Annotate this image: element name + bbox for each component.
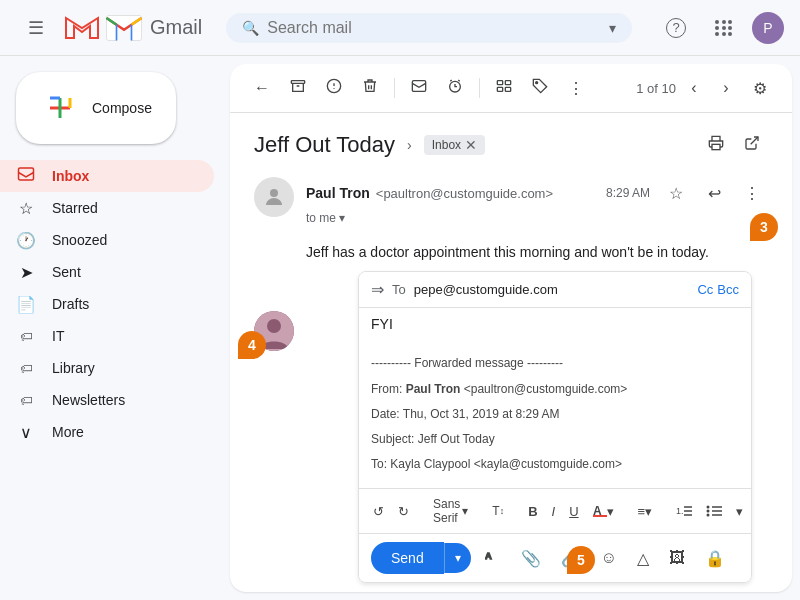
text-color-dropdown-icon: ▾ [607, 504, 614, 519]
format-options-button[interactable]: A [479, 542, 507, 574]
ul-button[interactable] [700, 499, 728, 524]
text-color-button[interactable]: A ▾ [587, 499, 620, 524]
ol-icon: 1. [676, 503, 692, 520]
redo-icon: ↻ [398, 504, 409, 519]
cc-bcc-toggle[interactable]: Cc Bcc [697, 282, 739, 297]
sidebar-item-inbox-label: Inbox [52, 168, 89, 184]
print-button[interactable] [700, 129, 732, 161]
sender-name: Paul Tron [306, 185, 370, 201]
sidebar-item-snoozed[interactable]: 🕐 Snoozed [0, 224, 214, 256]
reply-body[interactable]: FYI ---------- Forwarded message -------… [359, 308, 751, 488]
delete-toolbar-icon [362, 78, 378, 98]
sidebar-item-newsletters[interactable]: 🏷 Newsletters [0, 384, 214, 416]
confidential-icon: 🔒 [705, 549, 725, 568]
more-message-button[interactable]: ⋮ [736, 177, 768, 209]
gmail-text: Gmail [150, 16, 202, 39]
newsletters-label-icon: 🏷 [16, 393, 36, 408]
to-me-text: to me [306, 211, 336, 225]
spam-button[interactable] [318, 72, 350, 104]
header: ☰ Gmail 🔍 ▾ ? [0, 0, 800, 56]
ol-button[interactable]: 1. [670, 499, 698, 524]
svg-text:1.: 1. [676, 506, 684, 516]
settings-button[interactable]: ⚙ [744, 72, 776, 104]
tag-button[interactable] [524, 72, 556, 104]
align-button[interactable]: ≡ ▾ [632, 500, 659, 523]
font-label: Sans Serif [433, 497, 460, 525]
fwd-separator: ---------- Forwarded message --------- [371, 354, 739, 373]
snooze-button[interactable] [439, 72, 471, 104]
reply-compose-wrapper: 4 ⇒ To pepe@customguide.com Cc Bcc [306, 271, 768, 583]
next-email-button[interactable]: › [712, 74, 740, 102]
ul-icon [706, 503, 722, 520]
photo-button[interactable]: 🖼 [663, 542, 691, 574]
star-button[interactable]: ☆ [660, 177, 692, 209]
redo-button[interactable]: ↻ [392, 500, 415, 523]
sidebar-item-library[interactable]: 🏷 Library [0, 352, 214, 384]
email-toolbar: ← [230, 64, 792, 113]
archive-button[interactable] [282, 72, 314, 104]
sender-email: <paultron@customguide.com> [376, 186, 553, 201]
undo-button[interactable]: ↺ [367, 500, 390, 523]
open-new-window-button[interactable] [736, 129, 768, 161]
toolbar-separator-2 [479, 78, 480, 98]
library-label-icon: 🏷 [16, 361, 36, 376]
svg-line-18 [751, 137, 758, 144]
fwd-to-value: Kayla Claypool <kayla@customguide.com> [390, 457, 622, 471]
text-size-button[interactable]: T ↕ [486, 500, 510, 522]
sidebar-item-it[interactable]: 🏷 IT [0, 320, 214, 352]
compose-button[interactable]: Compose [16, 72, 176, 144]
more-send-button[interactable]: ⋮ [739, 542, 752, 574]
underline-button[interactable]: U [563, 500, 584, 523]
tag-icon [532, 78, 548, 98]
email-subject: Jeff Out Today [254, 132, 395, 158]
reply-to-address[interactable]: pepe@customguide.com [414, 282, 558, 297]
compose-icon [40, 88, 80, 128]
attach-button[interactable]: 📎 [515, 542, 547, 574]
more-actions-button[interactable]: ⋮ [560, 72, 592, 104]
forward-message-block: ---------- Forwarded message --------- F… [371, 354, 739, 474]
help-button[interactable]: ? [656, 8, 696, 48]
move-icon [496, 78, 512, 98]
star-icon: ☆ [669, 184, 683, 203]
text-size-arrows: ↕ [500, 506, 505, 516]
apps-button[interactable] [704, 8, 744, 48]
avatar[interactable]: P [752, 12, 784, 44]
prev-icon: ‹ [691, 79, 696, 97]
sidebar-item-drafts[interactable]: 📄 Drafts [0, 288, 214, 320]
search-dropdown-icon[interactable]: ▾ [609, 20, 616, 36]
sidebar-item-more[interactable]: ∨ More [0, 416, 214, 448]
format-options-icon: A [485, 548, 501, 568]
photo-icon: 🖼 [669, 549, 685, 567]
sidebar-item-drafts-label: Drafts [52, 296, 89, 312]
delete-toolbar-button[interactable] [354, 72, 386, 104]
bold-button[interactable]: B [522, 500, 543, 523]
sidebar-item-sent[interactable]: ➤ Sent [0, 256, 214, 288]
back-button[interactable]: ← [246, 72, 278, 104]
inbox-label-badge: Inbox ✕ [424, 135, 485, 155]
link-button[interactable]: 🔗 [555, 542, 587, 574]
sidebar-item-it-label: IT [52, 328, 64, 344]
reply-quick-button[interactable]: ↩ [698, 177, 730, 209]
send-options-button[interactable]: ▾ [444, 543, 471, 573]
sidebar-item-starred[interactable]: ☆ Starred [0, 192, 214, 224]
prev-email-button[interactable]: ‹ [680, 74, 708, 102]
svg-point-21 [267, 319, 281, 333]
sidebar-item-inbox[interactable]: Inbox [0, 160, 214, 192]
remove-label-button[interactable]: ✕ [465, 137, 477, 153]
more-actions-icon: ⋮ [568, 79, 584, 98]
svg-rect-10 [412, 81, 425, 92]
search-input[interactable] [267, 19, 601, 37]
send-button[interactable]: Send [371, 542, 444, 574]
more-format-button[interactable]: ▾ [730, 500, 749, 523]
menu-button[interactable]: ☰ [16, 8, 56, 48]
font-selector[interactable]: Sans Serif ▾ [427, 493, 474, 529]
step3-area: Jeff has a doctor appointment this morni… [306, 241, 768, 263]
subject-expand-button[interactable]: › [407, 137, 412, 153]
confidential-button[interactable]: 🔒 [699, 542, 731, 574]
mail-button[interactable] [403, 72, 435, 104]
to-me-row[interactable]: to me ▾ [306, 211, 768, 225]
move-button[interactable] [488, 72, 520, 104]
text-size-icon: T [492, 504, 499, 518]
gmail-logo[interactable]: Gmail [64, 13, 202, 43]
italic-button[interactable]: I [546, 500, 562, 523]
